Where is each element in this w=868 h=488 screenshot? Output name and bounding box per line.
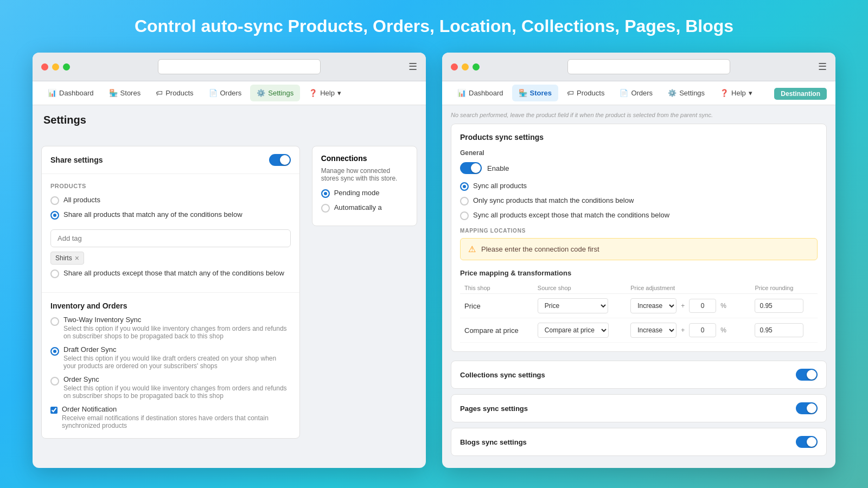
nav-item-stores-left[interactable]: 🏪 Stores <box>103 85 148 101</box>
pages-toggle[interactable] <box>796 402 818 414</box>
plus-label-1: + <box>681 302 685 310</box>
pct-label-2: % <box>720 326 726 334</box>
sync-except-radio[interactable] <box>460 211 469 220</box>
all-products-option[interactable]: All products <box>50 196 291 205</box>
close-btn-right[interactable] <box>451 63 458 70</box>
nav-item-orders-left[interactable]: 📄 Orders <box>202 85 248 101</box>
hamburger-icon-left[interactable]: ☰ <box>409 61 417 73</box>
nav-item-help-left[interactable]: ❓ Help ▾ <box>302 85 348 101</box>
draft-order-sync-radio[interactable] <box>50 347 59 356</box>
right-nav: 📊 Dashboard 🏪 Stores 🏷 Products 📄 Orders… <box>442 81 835 105</box>
nav-item-products-right[interactable]: 🏷 Products <box>560 85 611 101</box>
col-this-shop: This shop <box>460 282 533 294</box>
nav-item-help-right[interactable]: ❓ Help ▾ <box>713 85 759 101</box>
pages-sync-row: Pages sync settings <box>451 394 827 422</box>
price-source-select[interactable]: Price <box>538 298 608 313</box>
except-products-option[interactable]: Share all products except those that mat… <box>50 269 291 278</box>
pct-label-1: % <box>720 302 726 310</box>
two-way-sync-desc: Select this option if you would like inv… <box>63 325 291 340</box>
tag-icon-left: 🏷 <box>156 89 163 97</box>
order-sync-option[interactable]: Order Sync Select this option if you wou… <box>50 375 291 400</box>
blogs-sync-label: Blogs sync settings <box>460 438 527 446</box>
nav-item-products-left[interactable]: 🏷 Products <box>149 85 200 101</box>
match-products-radio[interactable] <box>50 211 59 220</box>
right-titlebar: ☰ <box>442 53 835 81</box>
collections-toggle[interactable] <box>796 369 818 381</box>
compare-increase-select[interactable]: Increase <box>630 323 676 338</box>
sync-all-radio[interactable] <box>460 182 469 191</box>
tag-input[interactable] <box>50 229 291 247</box>
left-titlebar: ☰ <box>33 53 426 81</box>
tag-remove-icon[interactable]: × <box>75 254 79 262</box>
auto-option[interactable]: Automatically a <box>321 203 408 213</box>
price-this-shop: Price <box>460 294 533 318</box>
maximize-btn-right[interactable] <box>473 63 480 70</box>
nav-item-dashboard-left[interactable]: 📊 Dashboard <box>41 85 100 101</box>
col-price-adjustment: Price adjustment <box>626 282 750 294</box>
sync-except-option[interactable]: Sync all products except those that matc… <box>460 211 818 220</box>
compare-adj-value[interactable] <box>689 323 716 337</box>
enable-toggle[interactable] <box>460 162 482 174</box>
match-products-option[interactable]: Share all products that match any of the… <box>50 210 291 220</box>
nav-item-stores-right[interactable]: 🏪 Stores <box>512 85 558 101</box>
two-way-sync-label: Two-Way Inventory Sync <box>63 316 291 324</box>
price-mapping-title: Price mapping & transformations <box>460 269 818 277</box>
plus-label-2: + <box>681 326 685 334</box>
products-toggle[interactable] <box>269 154 291 166</box>
right-search-bar[interactable] <box>567 59 730 74</box>
match-products-label: Share all products that match any of the… <box>63 210 242 219</box>
left-window: ☰ 📊 Dashboard 🏪 Stores 🏷 Products 📄 Orde… <box>33 53 426 468</box>
minimize-btn-right[interactable] <box>462 63 469 70</box>
order-notification-checkbox[interactable] <box>50 406 58 414</box>
maximize-btn-left[interactable] <box>63 63 70 70</box>
sync-all-option[interactable]: Sync all products <box>460 182 818 191</box>
left-search-bar[interactable] <box>158 59 321 74</box>
price-increase-select[interactable]: Increase <box>630 298 676 313</box>
warning-icon: ⚠ <box>468 244 476 254</box>
connections-desc: Manage how connected stores sync with th… <box>321 167 408 182</box>
inventory-orders-title: Inventory and Orders <box>50 301 127 310</box>
compare-price-row: Compare at price Compare at price Increa… <box>460 318 818 343</box>
nav-item-orders-right[interactable]: 📄 Orders <box>613 85 659 101</box>
nav-item-settings-right[interactable]: ⚙️ Settings <box>661 85 711 101</box>
file-icon-right: 📄 <box>620 89 628 97</box>
products-section-label: PRODUCTS <box>50 183 291 189</box>
draft-order-sync-desc: Select this option if you would like dra… <box>63 355 291 370</box>
settings-heading: Settings <box>43 114 415 126</box>
tag-label: Shirts <box>55 254 72 262</box>
compare-rounding-input[interactable] <box>755 323 803 337</box>
hamburger-icon-right[interactable]: ☰ <box>818 61 827 73</box>
blogs-toggle[interactable] <box>796 436 818 448</box>
products-sync-title: Products sync settings <box>460 133 818 142</box>
order-sync-radio[interactable] <box>50 377 59 386</box>
close-btn-left[interactable] <box>41 63 48 70</box>
price-rounding-input[interactable] <box>755 299 803 313</box>
two-way-sync-radio[interactable] <box>50 317 59 326</box>
sync-match-option[interactable]: Only sync products that match the condit… <box>460 196 818 206</box>
price-adj-value[interactable] <box>689 299 716 313</box>
window-controls-right <box>451 63 480 70</box>
minimize-btn-left[interactable] <box>52 63 59 70</box>
nav-item-dashboard-right[interactable]: 📊 Dashboard <box>451 85 510 101</box>
all-products-radio[interactable] <box>50 196 59 205</box>
auto-radio[interactable] <box>321 204 330 213</box>
draft-order-sync-label: Draft Order Sync <box>63 345 291 354</box>
help-icon-left: ❓ <box>309 89 317 97</box>
pending-mode-radio[interactable] <box>321 189 330 198</box>
nav-item-settings-left[interactable]: ⚙️ Settings <box>250 85 300 101</box>
pending-mode-option[interactable]: Pending mode <box>321 189 408 198</box>
except-products-radio[interactable] <box>50 269 59 278</box>
sync-match-radio[interactable] <box>460 197 469 206</box>
enable-label: Enable <box>487 164 509 172</box>
sync-match-label: Only sync products that match the condit… <box>473 196 634 204</box>
file-icon-left: 📄 <box>209 89 218 97</box>
draft-order-sync-option[interactable]: Draft Order Sync Select this option if y… <box>50 345 291 370</box>
compare-source-select[interactable]: Compare at price <box>538 323 609 338</box>
warning-box: ⚠ Please enter the connection code first <box>460 238 818 260</box>
two-way-sync-option[interactable]: Two-Way Inventory Sync Select this optio… <box>50 316 291 340</box>
connections-title: Connections <box>321 154 408 163</box>
general-label: General <box>460 149 818 157</box>
chart-icon-right: 📊 <box>457 89 466 97</box>
col-price-rounding: Price rounding <box>750 282 818 294</box>
chart-icon-left: 📊 <box>48 89 56 97</box>
